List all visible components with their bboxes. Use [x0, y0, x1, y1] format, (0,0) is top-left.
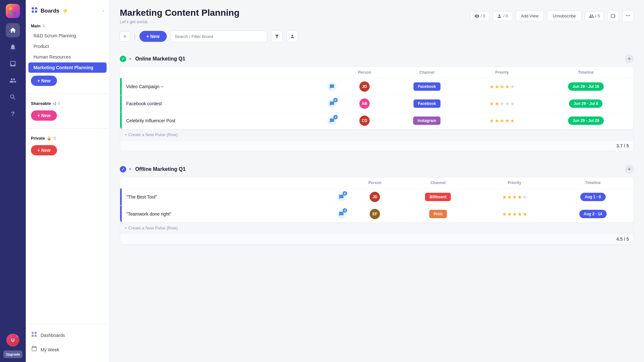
row-priority-cell: ★★★★★ [477, 189, 552, 206]
close-filter-button[interactable]: ✕ [120, 31, 130, 42]
board-table-offline: Person Channel Priority Timeline "The Be… [120, 177, 633, 222]
sidebar-myweek[interactable]: My Week [28, 342, 107, 357]
table-row-0-0[interactable]: Video Campaign✏ JD Facebook [120, 78, 633, 95]
add-view-button[interactable]: Add View [516, 11, 544, 21]
nav-home[interactable] [6, 23, 20, 37]
svg-rect-1 [14, 7, 16, 10]
upgrade-button[interactable]: Upgrade [3, 350, 23, 358]
nav-help[interactable]: ? [6, 107, 20, 121]
page-header: Marketing Content Planning Let's get soc… [120, 8, 634, 24]
sidebar-item-hr[interactable]: Human Resources [28, 52, 107, 62]
col-header-timeline: Timeline [538, 67, 633, 78]
row-label-cell: "Teamwork done right" 4 [122, 206, 350, 223]
add-new-button[interactable]: + New [139, 31, 167, 42]
row-timeline-cell: Aug 2 - 14 [552, 206, 633, 223]
section-main-header: Main 4 [26, 22, 109, 30]
sidebar-dashboards[interactable]: Dashboards [28, 328, 107, 342]
group-chevron-online[interactable]: ▼ [128, 57, 132, 61]
star-0-2-2: ★ [500, 118, 504, 124]
group-add-btn-offline[interactable]: + [625, 165, 634, 174]
person-filter-btn[interactable] [287, 31, 298, 42]
svg-rect-11 [35, 335, 37, 337]
svg-rect-6 [32, 11, 34, 13]
avatar-badge: 1 [15, 334, 19, 338]
sidebar-item-product[interactable]: Product [28, 41, 107, 51]
board-table-online: Person Channel Priority Timeline Video C… [120, 67, 633, 129]
table-row-0-2[interactable]: Celebrity Influencer Post 2 CD Instagram [120, 112, 633, 129]
star-0-1-3: ★ [505, 101, 509, 107]
nav-bell[interactable] [6, 40, 20, 54]
nav-people[interactable] [6, 73, 20, 88]
chat-icon[interactable]: 2 [327, 99, 336, 108]
chat-icon[interactable]: 2 [327, 116, 336, 125]
col-header-task [122, 67, 341, 78]
unsubscribe-button[interactable]: Unsubscribe [547, 11, 581, 21]
sidebar-title: Boards [41, 8, 60, 14]
row-label: "Teamwork done right" [126, 211, 171, 217]
group-dot-online: ✓ [120, 56, 126, 62]
col-header-timeline: Timeline [552, 177, 633, 189]
nav-search[interactable] [6, 90, 20, 104]
table-row-1-0[interactable]: "The Best Tool" 6 JD Billboard [120, 189, 633, 206]
group-table-wrapper-online: Person Channel Priority Timeline Video C… [120, 67, 634, 151]
row-priority-cell: ★★★★★ [466, 95, 538, 112]
new-private-button[interactable]: + New [31, 145, 57, 155]
activity-icon-btn[interactable] [607, 10, 619, 22]
chat-icon[interactable]: 6 [337, 192, 346, 201]
svg-rect-5 [35, 7, 37, 9]
star-1-1-4: ★ [523, 211, 527, 217]
row-avatar: EF [370, 209, 380, 219]
section-shareable-header: Shareable ◁ 0 [26, 99, 109, 108]
members-button[interactable]: / 5 [585, 11, 604, 21]
star-0-2-4: ★ [510, 118, 515, 124]
sidebar-item-marketing[interactable]: Marketing Content Planning [28, 62, 107, 73]
svg-rect-2 [9, 12, 12, 14]
col-header-priority: Priority [477, 177, 552, 189]
main-content: Marketing Content Planning Let's get soc… [109, 0, 644, 362]
eye-count-btn[interactable]: / 0 [470, 11, 489, 21]
star-1-0-4: ★ [523, 194, 527, 200]
row-channel-cell: Facebook [388, 78, 466, 95]
app-logo[interactable] [6, 4, 20, 18]
row-timeline-cell: Jun 29 - Jul 8 [538, 95, 633, 112]
star-0-2-1: ★ [495, 118, 499, 124]
search-input[interactable] [171, 31, 267, 42]
sidebar-item-rnd[interactable]: R&D Scrum Planning [28, 31, 107, 41]
row-priority-cell: ★★★★★ [466, 78, 538, 95]
col-header-channel: Channel [388, 67, 466, 78]
star-1-1-0: ★ [502, 211, 507, 217]
row-channel-cell: Instagram [388, 112, 466, 129]
boards-icon [31, 6, 38, 15]
stars-container: ★★★★★ [481, 194, 548, 200]
page-title-area: Marketing Content Planning Let's get soc… [120, 8, 240, 24]
sidebar-divider-2 [26, 128, 109, 129]
sidebar-collapse-button[interactable]: ‹ [102, 8, 104, 14]
create-row-offline[interactable]: + Create a New Pulse (Row) [120, 222, 633, 234]
svg-rect-9 [35, 332, 37, 334]
group-title-offline: Offline Marketing Q1 [135, 166, 185, 172]
row-timeline-cell: Aug 1 - 8 [552, 189, 633, 206]
groups-container: ✓ ▼ Online Marketing Q1 + Person Channel… [120, 51, 634, 245]
star-0-0-1: ★ [495, 84, 499, 90]
svg-rect-3 [14, 12, 16, 14]
star-0-0-4: ★ [510, 84, 515, 90]
person-count-btn[interactable]: / 0 [493, 11, 512, 21]
chat-icon[interactable] [327, 82, 336, 91]
create-row-online[interactable]: + Create a New Pulse (Row) [120, 129, 633, 140]
table-row-1-1[interactable]: "Teamwork done right" 4 EF Print [120, 206, 633, 223]
user-avatar[interactable]: U 1 [6, 334, 19, 347]
new-main-button[interactable]: + New [31, 76, 57, 86]
svg-rect-7 [35, 11, 37, 13]
chat-icon[interactable]: 4 [337, 209, 346, 218]
filter-icon-btn[interactable] [271, 31, 283, 42]
group-chevron-offline[interactable]: ▼ [128, 167, 132, 172]
page-title: Marketing Content Planning [120, 8, 240, 18]
group-add-btn-online[interactable]: + [625, 54, 634, 63]
group-header-offline: ✓ ▼ Offline Marketing Q1 + [120, 162, 634, 177]
chat-badge: 6 [343, 191, 347, 196]
nav-inbox[interactable] [6, 57, 20, 71]
new-shareable-button[interactable]: + New [31, 110, 57, 121]
edit-icon[interactable]: ✏ [161, 84, 164, 89]
table-row-0-1[interactable]: Facebook contest 2 AB Facebook [120, 95, 633, 112]
more-options-button[interactable]: ··· [622, 10, 634, 22]
